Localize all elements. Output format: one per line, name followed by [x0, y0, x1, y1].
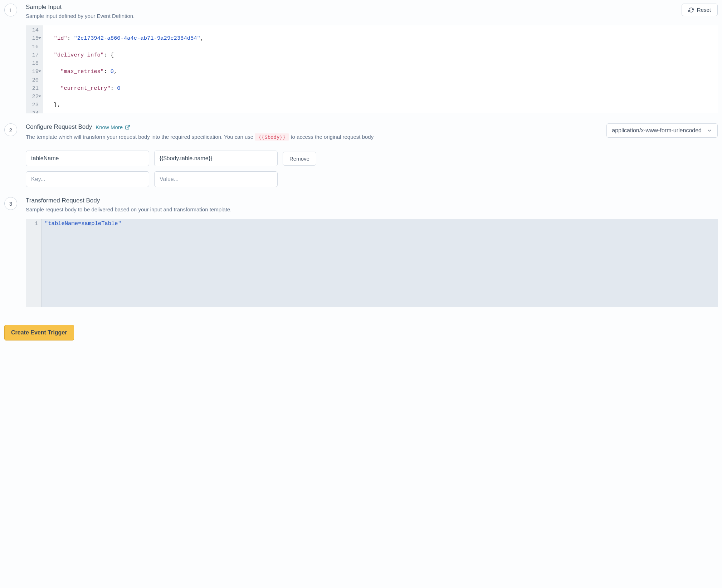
kv-pairs: Remove	[26, 151, 718, 187]
step-description: Sample request body to be delivered base…	[26, 206, 718, 212]
editor-gutter: 14 15 16 17 18 19 20 21 22 23 24 25 26	[26, 25, 43, 113]
content-type-select[interactable]: application/x-www-form-urlencoded	[606, 123, 718, 138]
kv-row: Remove	[26, 151, 718, 166]
step-number: 1	[4, 4, 17, 16]
remove-button[interactable]: Remove	[283, 152, 316, 166]
output-content: "tableName=sampleTable"	[42, 219, 718, 307]
value-input-empty[interactable]	[154, 171, 278, 187]
step-title: Sample Input	[26, 4, 135, 11]
step-title: Transformed Request Body	[26, 197, 718, 204]
step-sample-input: 1 Sample Input Sample input defined by y…	[4, 4, 718, 123]
reset-label: Reset	[697, 7, 711, 13]
know-more-link[interactable]: Know More	[96, 124, 130, 130]
chevron-down-icon	[707, 128, 712, 133]
content-type-value: application/x-www-form-urlencoded	[612, 127, 702, 134]
value-input[interactable]	[154, 151, 278, 166]
key-input[interactable]	[26, 151, 149, 166]
step-number: 2	[4, 123, 17, 136]
step-number: 3	[4, 197, 17, 210]
reset-button[interactable]: Reset	[682, 4, 718, 16]
output-gutter: 1	[26, 219, 42, 307]
kv-row-empty	[26, 171, 718, 187]
svg-line-0	[127, 125, 130, 127]
editor-content[interactable]: "id": "2c173942-a860-4a4c-ab71-9a29e2384…	[43, 25, 718, 113]
step-description: Sample input defined by your Event Defin…	[26, 13, 135, 19]
steps-container: 1 Sample Input Sample input defined by y…	[4, 4, 718, 317]
refresh-icon	[688, 7, 694, 13]
create-event-trigger-button[interactable]: Create Event Trigger	[4, 325, 74, 340]
step-title: Configure Request Body Know More	[26, 123, 598, 131]
step-configure-body: 2 Configure Request Body Know More	[4, 123, 718, 197]
external-link-icon	[125, 124, 130, 130]
step-transformed-body: 3 Transformed Request Body Sample reques…	[4, 197, 718, 317]
sample-input-editor[interactable]: 14 15 16 17 18 19 20 21 22 23 24 25 26 "…	[26, 25, 718, 113]
step-description: The template which will transform your r…	[26, 133, 598, 141]
body-chip: {{$body}}	[255, 133, 289, 141]
key-input-empty[interactable]	[26, 171, 149, 187]
transformed-body-viewer[interactable]: 1 "tableName=sampleTable"	[26, 219, 718, 307]
